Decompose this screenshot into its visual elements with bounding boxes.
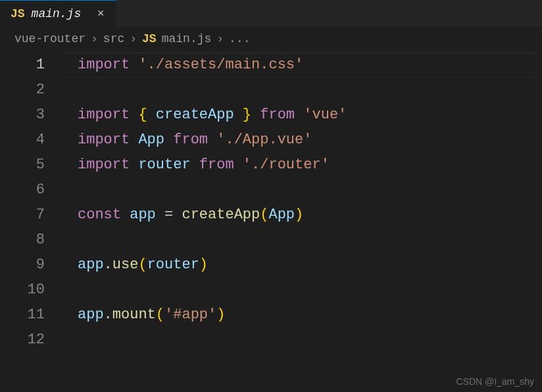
code-line[interactable] [78, 328, 542, 353]
chevron-right-icon: › [91, 32, 98, 45]
line-number: 8 [0, 228, 63, 253]
line-number: 1 [0, 53, 63, 78]
chevron-right-icon: › [130, 32, 137, 45]
line-number: 2 [0, 78, 63, 103]
code-line[interactable]: app.mount('#app') [78, 303, 542, 328]
js-icon: JS [142, 32, 157, 45]
breadcrumb-item[interactable]: src [103, 32, 124, 45]
code-line[interactable]: const app = createApp(App) [78, 203, 542, 228]
breadcrumb-tail[interactable]: ... [229, 32, 250, 45]
line-number: 3 [0, 103, 63, 128]
code-line[interactable]: import router from './router' [78, 153, 542, 178]
watermark: CSDN @I_am_shy [456, 376, 534, 387]
code-line[interactable] [78, 78, 542, 103]
line-number: 12 [0, 328, 63, 353]
code-line[interactable]: import App from './App.vue' [78, 128, 542, 153]
code-line[interactable]: import { createApp } from 'vue' [78, 103, 542, 128]
line-number: 7 [0, 203, 63, 228]
chevron-right-icon: › [216, 32, 224, 45]
breadcrumb-item[interactable]: vue-router [14, 32, 86, 45]
close-icon[interactable]: × [94, 7, 107, 20]
code-area[interactable]: import './assets/main.css'import { creat… [63, 53, 542, 353]
line-number: 5 [0, 153, 63, 178]
line-number: 10 [0, 278, 63, 303]
tab-bar: JS main.js × [0, 0, 542, 28]
line-number: 9 [0, 253, 63, 278]
breadcrumb-file[interactable]: main.js [162, 32, 212, 45]
breadcrumb[interactable]: vue-router › src › JS main.js › ... [0, 28, 542, 50]
tab-label: main.js [32, 7, 82, 20]
line-gutter: 123456789101112 [0, 53, 63, 353]
code-line[interactable] [78, 228, 542, 253]
code-line[interactable]: import './assets/main.css' [78, 53, 542, 78]
code-line[interactable]: app.use(router) [78, 253, 542, 278]
editor[interactable]: 123456789101112 import './assets/main.cs… [0, 50, 542, 353]
line-number: 4 [0, 128, 63, 153]
js-icon: JS [11, 7, 25, 20]
code-line[interactable] [78, 278, 542, 303]
line-number: 11 [0, 303, 63, 328]
line-number: 6 [0, 178, 63, 203]
tab-main-js[interactable]: JS main.js × [0, 0, 116, 27]
code-line[interactable] [78, 178, 542, 203]
